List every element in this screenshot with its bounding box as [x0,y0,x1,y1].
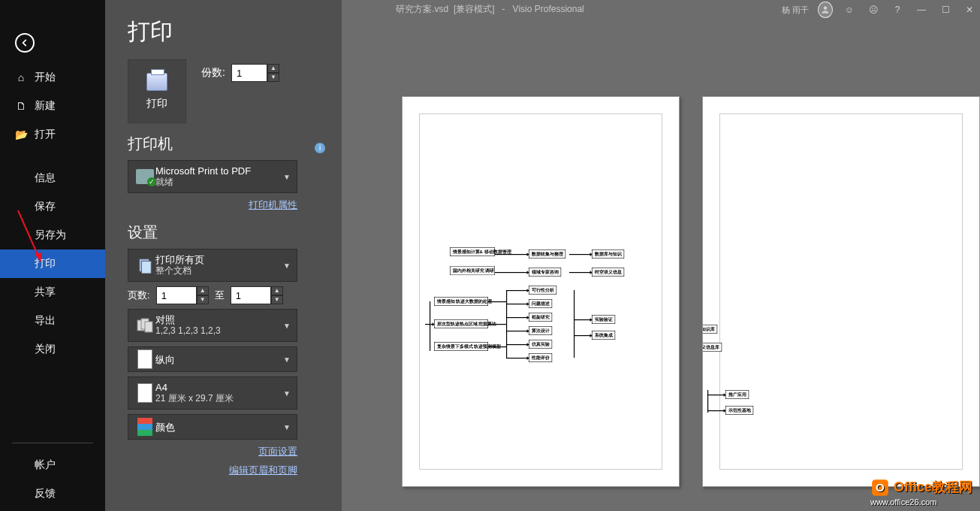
sidebar-item-print[interactable]: 打印 [0,249,105,278]
chevron-down-icon: ▼ [283,173,291,181]
home-icon: ⌂ [15,71,27,83]
page-title: 打印 [128,17,325,47]
open-icon: 📂 [15,129,27,141]
printer-status-icon [136,169,154,184]
page-margins [719,113,963,470]
orientation-select[interactable]: 纵向 ▼ [128,346,297,372]
paper-icon [137,383,152,403]
sidebar-item-account[interactable]: 帐户 [0,451,105,479]
paper-size-select[interactable]: A421 厘米 x 29.7 厘米 ▼ [128,376,297,410]
preview-page-2: 知识库 义信息库 推广应用 示范性基地 [702,96,980,487]
collate-icon [134,318,155,333]
watermark: O Office教程网 www.office26.com [870,478,972,506]
pages-label: 页数: [128,289,150,302]
minimize-button[interactable]: — [914,5,929,15]
color-icon [137,418,152,436]
maximize-button[interactable]: ☐ [938,5,953,15]
svg-rect-4 [141,262,151,274]
copies-label: 份数: [201,66,225,80]
face-smile-icon[interactable]: ☺ [842,5,857,15]
chevron-down-icon: ▼ [283,262,291,270]
sidebar-item-feedback[interactable]: 反馈 [0,479,105,508]
chevron-down-icon: ▼ [283,423,291,431]
page-setup-link[interactable]: 页面设置 [258,446,297,457]
sidebar-item-saveas[interactable]: 另存为 [0,221,105,249]
to-label: 至 [215,289,225,302]
sidebar-item-home[interactable]: ⌂开始 [0,63,105,92]
window-title: 研究方案.vsd [兼容模式] - Visio Professional [396,3,584,16]
print-scope-select[interactable]: 打印所有页整个文档 ▼ [128,249,297,282]
printer-select[interactable]: Microsoft Print to PDF就绪 ▼ [128,160,297,193]
printer-icon [146,73,167,91]
collate-select[interactable]: 对照1,2,3 1,2,3 1,2,3 ▼ [128,309,297,342]
color-select[interactable]: 颜色 ▼ [128,414,297,440]
backstage-sidebar: ⌂开始 🗋新建 📂打开 信息 保存 另存为 打印 共享 导出 关闭 帐户 反馈 [0,0,105,511]
face-sad-icon[interactable]: ☹ [866,5,881,15]
pages-icon [134,257,155,274]
user-name: 杨 雨干 [782,5,809,16]
sidebar-item-close[interactable]: 关闭 [0,335,105,364]
settings-heading: 设置 [128,222,325,243]
portrait-icon [137,349,152,369]
header-footer-link[interactable]: 编辑页眉和页脚 [229,464,297,476]
sidebar-item-share[interactable]: 共享 [0,278,105,307]
print-button[interactable]: 打印 [128,59,186,123]
copies-input[interactable] [231,64,267,82]
new-icon: 🗋 [15,100,27,112]
user-avatar-icon[interactable] [818,2,833,18]
sidebar-item-open[interactable]: 📂打开 [0,120,105,149]
sidebar-item-save[interactable]: 保存 [0,192,105,221]
sidebar-item-info[interactable]: 信息 [0,164,105,192]
chevron-down-icon: ▼ [283,322,291,330]
page-from-spinner[interactable]: ▲▼ [156,286,209,304]
spinner-up-icon[interactable]: ▲ [267,64,279,73]
copies-spinner[interactable]: ▲▼ [231,64,279,82]
close-button[interactable]: ✕ [962,5,977,15]
chevron-down-icon: ▼ [283,389,291,398]
compat-mode: [兼容模式] [454,4,495,14]
print-preview: 情景感知计算& 移动数据管理 国内外相关研究 调研 数据收集与整理 领域专家咨询… [342,21,980,511]
print-panel: 打印 打印 份数: ▲▼ 打印机 i Microsoft Print to PD… [105,0,342,511]
app-name: Visio Professional [513,4,584,14]
svg-text:O: O [876,481,885,494]
sidebar-item-export[interactable]: 导出 [0,307,105,335]
sidebar-item-new[interactable]: 🗋新建 [0,92,105,120]
spinner-down-icon[interactable]: ▼ [267,73,279,82]
svg-point-0 [824,6,828,10]
printer-props-link[interactable]: 打印机属性 [249,199,297,210]
window-controls: 杨 雨干 ☺ ☹ ? — ☐ ✕ [782,2,977,18]
svg-rect-7 [145,322,152,332]
help-icon[interactable]: ? [890,5,905,15]
back-button[interactable] [15,33,35,53]
chevron-down-icon: ▼ [283,355,291,364]
page-to-spinner[interactable]: ▲▼ [231,286,283,304]
preview-page-1: 情景感知计算& 移动数据管理 国内外相关研究 调研 数据收集与整理 领域专家咨询… [402,96,680,487]
filename: 研究方案.vsd [396,4,448,14]
printer-heading: 打印机 [128,134,325,154]
info-icon[interactable]: i [315,143,325,153]
